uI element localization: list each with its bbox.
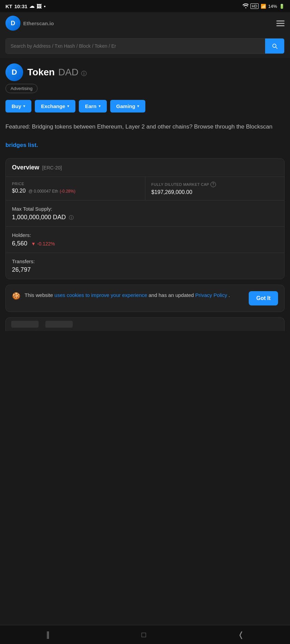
max-supply-row: Max Total Supply: 1,000,000,000 DAD ⓘ [6, 200, 284, 227]
token-header: D Token DAD ⓘ [0, 58, 290, 84]
status-left: KT 10:31 ☁ 🖼 • [5, 3, 46, 9]
max-supply-label: Max Total Supply: [12, 206, 278, 212]
partial-tab-1 [11, 321, 39, 328]
holders-label: Holders: [12, 232, 278, 238]
cloud-icon: ☁ [29, 3, 34, 9]
got-it-button[interactable]: Got It [249, 291, 278, 305]
token-symbol: DAD [58, 67, 78, 77]
holders-change-pct: -0.122% [37, 241, 55, 246]
buy-label: Buy [12, 103, 21, 109]
overview-card: Overview [ERC-20] PRICE $0.20 @ 0.000047… [5, 158, 285, 279]
holders-value: 6,560 ▼ -0.122% [12, 240, 278, 247]
price-value: $0.20 @ 0.000047 Eth (-0.28%) [12, 188, 139, 194]
hamburger-line [276, 25, 285, 26]
advertising-badge: Advertising [5, 84, 38, 93]
price-usd: $0.20 [12, 188, 26, 194]
price-eth: @ 0.000047 Eth [29, 189, 58, 194]
cookie-text2b: and has an updated [149, 292, 194, 298]
action-buttons-container: Buy ▾ Exchange ▾ Earn ▾ Gaming ▾ [0, 97, 290, 115]
earn-chevron: ▾ [99, 104, 101, 108]
nav-recent-apps[interactable]: ‖ [46, 630, 50, 639]
transfers-value: 26,797 [12, 266, 278, 273]
market-cap-col: FULLY DILUTED MARKET CAP ? $197,269,000.… [145, 177, 285, 200]
token-logo: D [5, 63, 23, 81]
overview-header: Overview [ERC-20] [6, 159, 284, 177]
exchange-label: Exchange [41, 103, 65, 109]
carrier-label: KT [5, 3, 12, 9]
cookie-link1[interactable]: uses cookies to improve your experience [55, 292, 147, 298]
token-logo-letter: D [12, 68, 17, 77]
media-icon: 🖼 [37, 3, 42, 9]
logo-area[interactable]: D Etherscan.io [5, 16, 54, 31]
page-header: D Etherscan.io [0, 12, 290, 34]
gaming-chevron: ▾ [137, 104, 139, 108]
hamburger-line [276, 23, 285, 24]
token-name-area: Token DAD ⓘ [27, 67, 87, 78]
time-label: 10:31 [14, 3, 27, 9]
token-name: Token [27, 67, 55, 77]
price-label: PRICE [12, 182, 139, 186]
status-right: HD 📶 14% 🔋 [242, 3, 285, 9]
battery-label: 14% [268, 4, 277, 9]
cookie-text: This website uses cookies to improve you… [25, 291, 245, 299]
overview-subtitle: [ERC-20] [42, 165, 62, 170]
search-container [0, 34, 290, 58]
cookie-text1: This website [25, 292, 53, 298]
overview-title: Overview [12, 164, 39, 171]
transfers-label: Transfers: [12, 258, 278, 264]
nav-back[interactable]: ❬ [238, 630, 244, 639]
hamburger-menu[interactable] [276, 20, 285, 26]
earn-label: Earn [85, 103, 96, 109]
search-icon [271, 43, 278, 49]
market-cap-label: FULLY DILUTED MARKET CAP ? [151, 182, 278, 187]
status-bar: KT 10:31 ☁ 🖼 • HD 📶 14% 🔋 [0, 0, 290, 12]
wifi-icon [242, 3, 248, 9]
bottom-nav: ‖ □ ❬ [0, 625, 290, 644]
nav-home[interactable]: □ [142, 630, 146, 639]
buy-button[interactable]: Buy ▾ [5, 100, 31, 113]
price-col: PRICE $0.20 @ 0.000047 Eth (-0.28%) [6, 177, 145, 200]
cookie-link2[interactable]: Privacy Policy [195, 292, 227, 298]
holders-arrow: ▼ [31, 241, 36, 246]
price-section: PRICE $0.20 @ 0.000047 Eth (-0.28%) FULL… [6, 177, 284, 200]
search-bar [5, 38, 285, 54]
battery-icon: 🔋 [279, 4, 285, 9]
holders-change: ▼ -0.122% [31, 241, 55, 246]
logo-letter: D [11, 20, 15, 27]
market-cap-value: $197,269,000.00 [151, 189, 278, 195]
buy-chevron: ▾ [23, 104, 25, 108]
site-title: Etherscan.io [23, 20, 54, 26]
dot-icon: • [44, 3, 45, 9]
featured-section: Featured: Bridging tokens between Ethere… [0, 115, 290, 153]
signal-icon: 📶 [261, 4, 266, 9]
cookie-text3: . [229, 292, 230, 298]
holders-row: Holders: 6,560 ▼ -0.122% [6, 227, 284, 253]
token-info-icon[interactable]: ⓘ [81, 71, 87, 76]
partial-tab-2 [45, 321, 73, 328]
featured-text-content: Featured: Bridging tokens between Ethere… [5, 123, 272, 130]
hd-badge: HD [250, 3, 259, 9]
transfers-row: Transfers: 26,797 [6, 253, 284, 279]
max-supply-info[interactable]: ⓘ [69, 215, 74, 220]
search-input[interactable] [6, 39, 265, 54]
svg-point-0 [245, 7, 246, 8]
hamburger-line [276, 20, 285, 21]
logo-icon: D [5, 16, 20, 31]
gaming-label: Gaming [116, 103, 135, 109]
cookie-icon: 🍪 [12, 292, 20, 300]
max-supply-value: 1,000,000,000 DAD ⓘ [12, 214, 278, 221]
cookie-banner: 🍪 This website uses cookies to improve y… [5, 285, 285, 312]
partial-bottom-card [5, 317, 285, 331]
exchange-button[interactable]: Exchange ▾ [35, 100, 75, 113]
search-button[interactable] [265, 39, 284, 54]
bridges-link[interactable]: bridges list. [5, 142, 38, 148]
gaming-button[interactable]: Gaming ▾ [110, 100, 146, 113]
exchange-chevron: ▾ [67, 104, 69, 108]
market-cap-info-icon[interactable]: ? [211, 182, 216, 187]
earn-button[interactable]: Earn ▾ [79, 100, 106, 113]
price-change: (-0.28%) [60, 189, 75, 194]
advertising-badge-container: Advertising [5, 84, 285, 93]
